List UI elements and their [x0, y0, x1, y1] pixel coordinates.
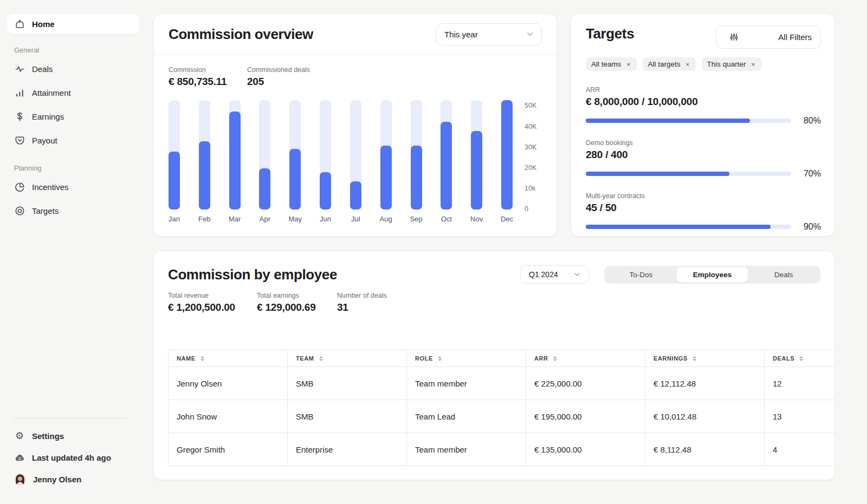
sidebar-item-label: Targets: [32, 206, 59, 215]
sidebar-item-payout[interactable]: Payout: [7, 128, 139, 152]
sidebar-item-home[interactable]: Home: [7, 14, 139, 34]
section-label: Planning: [14, 164, 132, 172]
x-tick-label: Nov: [470, 215, 483, 223]
column-header-team[interactable]: TEAM: [288, 350, 407, 367]
bar-nov: Nov: [471, 100, 482, 210]
filter-chip[interactable]: This quarter: [702, 57, 761, 71]
sidebar-sections: GeneralDealsAttainmentEarningsPayoutPlan…: [7, 46, 139, 222]
bar-jan: Jan: [169, 100, 180, 210]
close-icon[interactable]: [626, 62, 631, 67]
tab-to-dos[interactable]: To-Dos: [605, 267, 677, 283]
target-item: Demo bookings280 / 40070%: [586, 139, 821, 179]
table-row: Gregor SmithEnterpriseTeam member€ 135,0…: [169, 433, 835, 466]
sidebar-item-label: Earnings: [32, 112, 64, 121]
column-header-deals[interactable]: DEALS: [765, 350, 835, 367]
table-cell: SMB: [288, 367, 407, 400]
progress-bar: [586, 119, 791, 123]
table-cell: Gregor Smith: [169, 433, 288, 466]
targets-list: ARR€ 8,000,000 / 10,000,00080%Demo booki…: [586, 86, 821, 232]
target-label: Demo bookings: [586, 139, 821, 147]
table-cell: Team Lead: [407, 400, 526, 433]
section-label: General: [14, 46, 132, 54]
progress-percent: 90%: [798, 222, 821, 232]
commission-overview-title: Commission overview: [169, 26, 313, 43]
targets-title: Targets: [586, 25, 634, 42]
sidebar-item-settings[interactable]: ⚙ Settings: [7, 425, 131, 447]
table-cell: Team member: [407, 433, 526, 466]
gear-icon: ⚙: [14, 430, 25, 441]
target-label: ARR: [586, 86, 821, 94]
column-header-earnings[interactable]: EARNINGS: [645, 350, 765, 367]
y-tick-label: 50K: [525, 102, 536, 109]
employee-tabs: To-DosEmployeesDeals: [604, 266, 820, 284]
bar-feb: Feb: [199, 100, 210, 210]
sidebar-item-targets[interactable]: Targets: [7, 199, 139, 222]
sort-icon: [196, 355, 206, 362]
stat-value: € 1,200,500.00: [168, 302, 257, 313]
bar-oct: Oct: [441, 100, 452, 210]
target-item: Multi-year contracts45 / 5090%: [586, 192, 821, 232]
stat-value: € 850,735.11: [169, 76, 247, 88]
bar-jul: Jul: [350, 100, 361, 210]
targets-header: Targets All Filters: [586, 25, 821, 49]
commission-by-employee-title: Commission by employee: [168, 266, 337, 283]
filter-chip[interactable]: All teams: [586, 57, 637, 71]
tab-deals[interactable]: Deals: [748, 267, 819, 283]
table-cell: 12: [765, 367, 835, 400]
filter-chip-label: This quarter: [707, 60, 746, 68]
sort-icon: [548, 355, 559, 362]
chevron-down-icon: [525, 29, 535, 39]
bar-aug: Aug: [380, 100, 392, 210]
filter-chips: All teamsAll targetsThis quarter: [586, 57, 821, 71]
sort-icon: [794, 355, 805, 362]
column-header-role[interactable]: ROLE: [407, 350, 526, 367]
stat: Total earnings€ 129,000.69: [257, 292, 337, 313]
stat-value: 205: [247, 76, 310, 88]
sidebar-item-incentives[interactable]: Incentives: [7, 175, 139, 199]
all-filters-button[interactable]: All Filters: [716, 25, 821, 49]
quarter-dropdown[interactable]: Q1 2024: [520, 265, 589, 284]
stat-label: Total earnings: [257, 292, 337, 299]
sidebar-item-earnings[interactable]: Earnings: [7, 104, 139, 128]
filter-chip-label: All teams: [591, 60, 622, 68]
home-icon: [14, 19, 25, 30]
sidebar-item-attainment[interactable]: Attainment: [7, 81, 139, 104]
progress-percent: 80%: [798, 116, 821, 126]
target-label: Multi-year contracts: [586, 192, 821, 200]
last-updated-label: Last updated 4h ago: [32, 453, 111, 462]
table-cell: SMB: [288, 400, 407, 433]
table-cell: John Snow: [169, 400, 288, 433]
stat-label: Total revenue: [168, 292, 257, 299]
settings-label: Settings: [32, 431, 64, 441]
period-dropdown[interactable]: This year: [436, 23, 542, 45]
table-cell: 13: [765, 400, 835, 433]
column-header-arr[interactable]: ARR: [526, 350, 645, 367]
chevron-down-icon: [572, 270, 582, 279]
table-cell: Team member: [407, 367, 526, 400]
y-tick-label: 30K: [525, 143, 536, 151]
user-profile[interactable]: Jenny Olsen: [7, 468, 131, 490]
y-axis: 50K40K30K20K10k0: [525, 100, 547, 210]
x-tick-label: Feb: [198, 215, 210, 223]
sidebar-item-deals[interactable]: Deals: [7, 57, 139, 81]
x-tick-label: Apr: [260, 215, 270, 223]
target-value: 280 / 400: [586, 149, 821, 161]
filter-chip[interactable]: All targets: [643, 57, 696, 71]
employee-stats: Total revenue€ 1,200,500.00Total earning…: [168, 292, 820, 313]
bar-chart-icon: [14, 87, 25, 98]
x-tick-label: Aug: [380, 215, 392, 223]
filter-chip-label: All targets: [648, 60, 681, 68]
bar-apr: Apr: [259, 100, 270, 210]
y-tick-label: 40K: [525, 123, 536, 130]
divider: [14, 418, 126, 418]
column-header-name[interactable]: NAME: [169, 350, 288, 367]
target-value: 45 / 50: [586, 202, 821, 214]
close-icon[interactable]: [685, 62, 690, 67]
sidebar-item-label: Attainment: [32, 88, 71, 97]
x-tick-label: Jan: [169, 215, 180, 223]
sidebar-item-label: Deals: [32, 64, 53, 74]
tab-employees[interactable]: Employees: [677, 267, 748, 283]
sliders-icon: [729, 32, 739, 42]
close-icon[interactable]: [750, 62, 756, 67]
cloud-sync-icon: [14, 452, 25, 463]
